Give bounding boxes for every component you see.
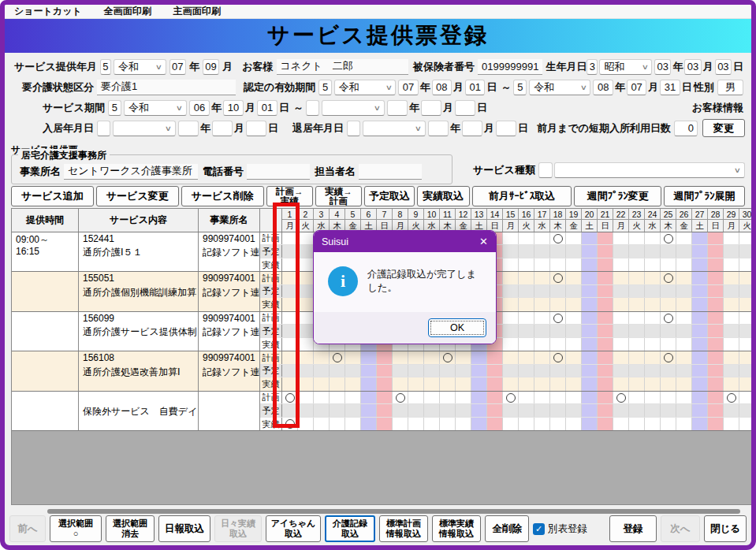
day-cell[interactable] bbox=[661, 312, 676, 325]
day-cell[interactable] bbox=[645, 285, 661, 298]
day-cell[interactable] bbox=[676, 377, 692, 391]
day-number-cell[interactable]: 6 bbox=[361, 209, 377, 220]
day-cell[interactable] bbox=[582, 232, 598, 245]
day-cell[interactable] bbox=[598, 258, 613, 272]
day-cell[interactable] bbox=[330, 418, 345, 431]
day-cell[interactable] bbox=[393, 418, 408, 431]
day-cell[interactable] bbox=[645, 338, 661, 351]
day-cell[interactable] bbox=[298, 404, 314, 417]
day-number-cell[interactable]: 16 bbox=[519, 209, 534, 220]
day-cell[interactable] bbox=[298, 272, 314, 284]
day-cell[interactable] bbox=[708, 285, 724, 298]
day-cell[interactable] bbox=[739, 232, 755, 245]
cert-from-era-code-field[interactable]: 5 bbox=[318, 80, 332, 95]
day-cell[interactable] bbox=[487, 392, 503, 404]
day-cell[interactable] bbox=[708, 351, 724, 364]
day-cell[interactable] bbox=[629, 365, 645, 377]
day-cell[interactable] bbox=[534, 325, 550, 337]
menu-print-main[interactable]: 主画面印刷 bbox=[173, 5, 221, 18]
weekly-plan-expand-button[interactable]: 週間ﾌﾟﾗﾝ展開 bbox=[664, 186, 745, 206]
day-cell[interactable] bbox=[708, 392, 724, 404]
office-name-field[interactable]: セントワークス介護事業所 bbox=[64, 164, 198, 180]
add-service-button[interactable]: サービス追加 bbox=[11, 186, 94, 206]
day-cell[interactable] bbox=[582, 272, 598, 284]
day-cell[interactable] bbox=[566, 258, 582, 272]
day-cell[interactable] bbox=[519, 325, 534, 337]
day-cell[interactable] bbox=[345, 365, 361, 377]
day-cell[interactable] bbox=[582, 338, 598, 351]
day-cell[interactable] bbox=[408, 365, 424, 377]
day-cell[interactable] bbox=[377, 377, 393, 391]
day-cell[interactable] bbox=[519, 272, 534, 284]
day-cell[interactable] bbox=[566, 312, 582, 325]
change-button[interactable]: 変更 bbox=[702, 119, 745, 137]
day-cell[interactable] bbox=[629, 338, 645, 351]
day-cell[interactable] bbox=[566, 245, 582, 258]
day-cell[interactable] bbox=[330, 392, 345, 404]
day-number-cell[interactable]: 20 bbox=[582, 209, 598, 220]
day-cell[interactable] bbox=[330, 351, 345, 364]
close-icon[interactable]: ✕ bbox=[479, 236, 488, 247]
day-cell[interactable] bbox=[724, 232, 739, 245]
day-cell[interactable] bbox=[661, 325, 676, 337]
select-range-circle-button[interactable]: 選択範囲○ bbox=[50, 515, 102, 542]
day-cell[interactable] bbox=[456, 418, 471, 431]
day-cell[interactable] bbox=[598, 418, 613, 431]
day-cell[interactable] bbox=[629, 351, 645, 364]
day-number-cell[interactable]: 25 bbox=[661, 209, 676, 220]
day-cell[interactable] bbox=[534, 272, 550, 284]
day-cell[interactable] bbox=[708, 245, 724, 258]
day-cell[interactable] bbox=[692, 404, 708, 417]
day-cell[interactable] bbox=[519, 245, 534, 258]
day-cell[interactable] bbox=[550, 351, 566, 364]
day-cell[interactable] bbox=[550, 325, 566, 337]
change-service-button[interactable]: サービス変更 bbox=[96, 186, 179, 206]
service-period-era-select[interactable]: 令和∨ bbox=[124, 100, 187, 116]
day-cell[interactable] bbox=[330, 404, 345, 417]
day-cell[interactable] bbox=[692, 245, 708, 258]
day-cell[interactable] bbox=[519, 258, 534, 272]
delete-all-button[interactable]: 全削除 bbox=[485, 515, 529, 542]
day-cell[interactable] bbox=[692, 377, 708, 391]
day-cell[interactable] bbox=[503, 377, 519, 391]
day-cell[interactable] bbox=[566, 392, 582, 404]
day-cell[interactable] bbox=[724, 404, 739, 417]
day-cell[interactable] bbox=[724, 392, 739, 404]
day-cell[interactable] bbox=[661, 258, 676, 272]
day-cell[interactable] bbox=[708, 325, 724, 337]
short-stay-field[interactable]: 0 bbox=[674, 121, 698, 136]
day-cell[interactable] bbox=[408, 351, 424, 364]
day-cell[interactable] bbox=[471, 404, 487, 417]
day-cell[interactable] bbox=[424, 404, 440, 417]
day-cell[interactable] bbox=[550, 338, 566, 351]
day-cell[interactable] bbox=[613, 258, 629, 272]
day-number-cell[interactable]: 9 bbox=[408, 209, 424, 220]
day-cell[interactable] bbox=[408, 404, 424, 417]
day-cell[interactable] bbox=[613, 325, 629, 337]
day-cell[interactable] bbox=[692, 258, 708, 272]
day-cell[interactable] bbox=[582, 325, 598, 337]
day-cell[interactable] bbox=[598, 272, 613, 284]
day-cell[interactable] bbox=[471, 377, 487, 391]
day-cell[interactable] bbox=[550, 272, 566, 284]
day-cell[interactable] bbox=[519, 404, 534, 417]
day-cell[interactable] bbox=[724, 377, 739, 391]
day-cell[interactable] bbox=[519, 298, 534, 311]
day-cell[interactable] bbox=[534, 338, 550, 351]
day-cell[interactable] bbox=[676, 365, 692, 377]
delete-service-button[interactable]: サービス削除 bbox=[181, 186, 264, 206]
day-number-cell[interactable]: 3 bbox=[314, 209, 330, 220]
day-cell[interactable] bbox=[724, 258, 739, 272]
day-cell[interactable] bbox=[598, 365, 613, 377]
separate-table-checkbox[interactable]: ✓別表登録 bbox=[533, 522, 605, 536]
day-cell[interactable] bbox=[440, 377, 456, 391]
day-cell[interactable] bbox=[424, 418, 440, 431]
day-cell[interactable] bbox=[534, 418, 550, 431]
day-cell[interactable] bbox=[676, 392, 692, 404]
day-cell[interactable] bbox=[503, 338, 519, 351]
day-cell[interactable] bbox=[676, 258, 692, 272]
day-cell[interactable] bbox=[330, 365, 345, 377]
day-cell[interactable] bbox=[361, 418, 377, 431]
day-cell[interactable] bbox=[582, 298, 598, 311]
birth-era-select[interactable]: 昭和∨ bbox=[599, 59, 652, 75]
